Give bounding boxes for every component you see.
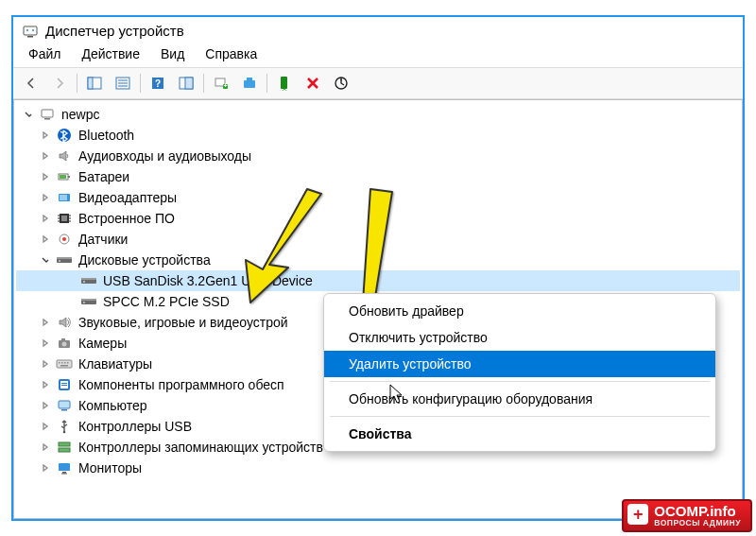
svg-rect-25 — [68, 176, 70, 178]
device-manager-icon — [23, 24, 38, 39]
ctx-properties[interactable]: Свойства — [324, 421, 715, 447]
menu-action[interactable]: Действие — [72, 44, 149, 63]
ctx-uninstall-device[interactable]: Удалить устройство — [324, 351, 715, 377]
disable-device-button[interactable] — [328, 71, 354, 95]
svg-rect-28 — [60, 195, 67, 200]
svg-rect-51 — [57, 360, 72, 368]
expand-icon[interactable] — [39, 129, 52, 142]
tree-category-14[interactable]: Мониторы — [16, 458, 740, 478]
expand-icon[interactable] — [39, 149, 52, 163]
expander-placeholder — [63, 274, 77, 287]
svg-point-3 — [32, 28, 34, 30]
keyboard-icon — [56, 356, 73, 372]
svg-point-63 — [63, 431, 66, 434]
computer-icon — [56, 398, 73, 413]
collapse-icon[interactable] — [22, 108, 35, 121]
tree-category-5[interactable]: Датчики — [16, 229, 740, 250]
help-button[interactable]: ? — [145, 71, 171, 95]
toolbar-separator — [140, 74, 141, 93]
tree-item-label: Камеры — [77, 333, 129, 354]
expand-icon[interactable] — [39, 212, 52, 225]
storagectrl-icon — [56, 440, 73, 455]
svg-rect-68 — [61, 474, 67, 475]
tree-item-label: Компоненты программного обесп — [77, 374, 286, 395]
tree-category-3[interactable]: Видеоадаптеры — [16, 187, 740, 208]
expand-icon[interactable] — [39, 170, 52, 183]
tree-category-2[interactable]: Батареи — [16, 166, 740, 187]
ctx-update-driver[interactable]: Обновить драйвер — [324, 298, 715, 324]
toolbar-separator — [203, 74, 204, 93]
titlebar: Диспетчер устройств — [13, 17, 743, 43]
expand-icon[interactable] — [39, 191, 52, 204]
svg-point-44 — [83, 281, 85, 283]
svg-text:+: + — [223, 82, 227, 89]
show-hide-tree-button[interactable] — [81, 71, 108, 95]
expand-icon[interactable] — [39, 337, 52, 350]
tree-item-label: Звуковые, игровые и видеоустрой — [77, 312, 290, 333]
svg-rect-40 — [57, 257, 72, 259]
svg-point-2 — [26, 28, 28, 30]
ctx-scan-hardware[interactable]: Обновить конфигурацию оборудования — [324, 386, 715, 412]
tree-item-label: Клавиатуры — [77, 354, 154, 374]
expand-icon[interactable] — [39, 399, 52, 412]
tree-item-label: Дисковые устройства — [77, 250, 213, 270]
tree-item-label: Контроллеры запоминающих устройств — [77, 437, 325, 458]
svg-rect-56 — [60, 365, 68, 367]
uninstall-device-button[interactable] — [300, 71, 326, 95]
audio-icon — [56, 148, 73, 164]
svg-rect-53 — [61, 362, 63, 364]
ctx-disable-device[interactable]: Отключить устройство — [324, 324, 715, 351]
tree-category-0[interactable]: Bluetooth — [16, 125, 740, 146]
forward-button[interactable] — [46, 71, 73, 95]
tree-category-6[interactable]: Дисковые устройства — [16, 250, 740, 270]
tree-item-label: Встроенное ПО — [77, 208, 177, 229]
disk-icon — [80, 294, 97, 309]
tree-item-label: Контроллеры USB — [77, 416, 194, 437]
svg-rect-67 — [62, 472, 66, 474]
svg-rect-61 — [59, 401, 70, 408]
tree-category-1[interactable]: Аудиовходы и аудиовыходы — [16, 146, 740, 166]
toolbar-separator — [266, 74, 267, 93]
expand-icon[interactable] — [39, 461, 52, 475]
expand-icon[interactable] — [39, 378, 52, 391]
window-title: Диспетчер устройств — [45, 23, 184, 39]
tree-device-6-0[interactable]: USB SanDisk 3.2Gen1 USB Device — [16, 270, 740, 291]
svg-rect-62 — [61, 409, 67, 411]
svg-rect-46 — [81, 299, 96, 301]
disk-icon — [56, 252, 73, 268]
expand-icon[interactable] — [39, 316, 52, 329]
update-driver-button[interactable] — [236, 71, 263, 95]
watermark-sub: ВОПРОСЫ АДМИНУ — [654, 519, 741, 527]
collapse-icon[interactable] — [39, 253, 52, 267]
menu-view[interactable]: Вид — [151, 44, 194, 63]
svg-rect-55 — [67, 362, 69, 364]
svg-rect-21 — [42, 110, 53, 117]
svg-rect-17 — [244, 80, 255, 88]
sound-icon — [56, 315, 73, 330]
scan-hardware-button[interactable]: + — [208, 71, 234, 95]
back-button[interactable] — [18, 71, 44, 95]
expand-icon[interactable] — [39, 233, 52, 246]
menu-file[interactable]: Файл — [19, 44, 70, 63]
menu-help[interactable]: Справка — [196, 44, 266, 63]
ctx-separator — [330, 416, 710, 417]
tree-root[interactable]: newpc — [16, 104, 740, 125]
expand-icon[interactable] — [39, 420, 52, 433]
tree-item-label: newpc — [60, 104, 101, 125]
action-button[interactable] — [173, 71, 199, 95]
svg-point-38 — [62, 237, 66, 241]
svg-rect-22 — [44, 118, 50, 120]
svg-rect-54 — [64, 362, 66, 364]
tree-category-4[interactable]: Встроенное ПО — [16, 208, 740, 229]
svg-rect-66 — [59, 463, 70, 471]
expand-icon[interactable] — [39, 357, 52, 371]
expand-icon[interactable] — [39, 441, 52, 454]
tree-item-label: Мониторы — [77, 458, 144, 478]
properties-button[interactable] — [110, 71, 136, 95]
ctx-separator — [330, 381, 710, 382]
tree-item-label: Компьютер — [77, 395, 148, 416]
enable-device-button[interactable] — [271, 71, 298, 95]
plus-icon: + — [627, 504, 648, 525]
tree-item-label: Bluetooth — [77, 125, 136, 146]
tree-item-label: Аудиовходы и аудиовыходы — [77, 146, 253, 166]
